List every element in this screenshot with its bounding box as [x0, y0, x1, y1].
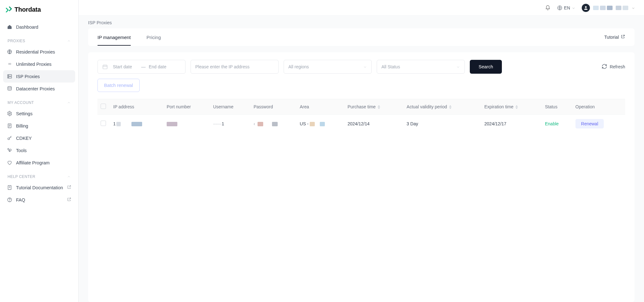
- button-label: Search: [479, 64, 493, 69]
- nav-label: Unlimited Proxies: [16, 62, 52, 67]
- nav-label: Datacenter Proxies: [16, 86, 55, 91]
- col-purchase[interactable]: Purchase time: [344, 99, 403, 115]
- button-label: Renewal: [581, 121, 598, 126]
- nav-section-account[interactable]: MY ACCOUNT: [3, 95, 75, 107]
- ip-input-wrapper[interactable]: [191, 60, 279, 74]
- status-badge: Enable: [545, 121, 559, 126]
- select-all-checkbox[interactable]: [101, 104, 106, 109]
- nav-settings[interactable]: Settings: [3, 107, 75, 120]
- proxies-table: IP address Port number Username Password…: [97, 99, 625, 133]
- tab-ip-management[interactable]: IP management: [97, 28, 131, 46]
- chevron-down-icon: [572, 6, 575, 10]
- renewal-button[interactable]: Renewal: [575, 119, 604, 128]
- col-expiration[interactable]: Expiration time: [481, 99, 542, 115]
- svg-point-18: [585, 6, 586, 8]
- nav-dashboard[interactable]: Dashboard: [3, 21, 75, 33]
- tutorial-link[interactable]: Tutorial: [604, 34, 625, 40]
- nav-label: ISP Proxies: [16, 74, 40, 79]
- date-range-input[interactable]: —: [97, 60, 186, 74]
- table-header-row: IP address Port number Username Password…: [97, 99, 625, 115]
- key-icon: [7, 135, 12, 141]
- sidebar: Thordata Dashboard PROXIES Residential P…: [0, 0, 79, 302]
- nav-label: Billing: [16, 123, 28, 128]
- external-link-icon: [67, 185, 71, 190]
- nav-datacenter-proxies[interactable]: Datacenter Proxies: [3, 83, 75, 95]
- chevron-down-icon: [363, 65, 367, 69]
- nav-faq[interactable]: FAQ: [3, 194, 75, 206]
- nav-affiliate[interactable]: Affiliate Program: [3, 157, 75, 169]
- username-redacted: [593, 6, 613, 10]
- chevron-down-icon: [456, 65, 460, 69]
- start-date-input[interactable]: [113, 64, 138, 69]
- refresh-button[interactable]: Refresh: [602, 64, 625, 70]
- cell-expiration: 2024/12/17: [481, 115, 542, 133]
- col-operation: Operation: [572, 99, 625, 115]
- nav-billing[interactable]: Billing: [3, 120, 75, 132]
- nav-isp-proxies[interactable]: ISP Proxies: [3, 70, 75, 83]
- nav-section-help[interactable]: HELP CENTER: [3, 169, 75, 181]
- svg-point-4: [8, 77, 8, 77]
- button-label: Batch renewal: [104, 83, 133, 88]
- svg-rect-19: [103, 65, 107, 69]
- nav-label: Tools: [16, 148, 27, 153]
- section-label: HELP CENTER: [8, 174, 35, 179]
- content-area: — All regions All Status Search Refresh …: [88, 52, 635, 302]
- ip-address-input[interactable]: [195, 64, 274, 69]
- userinfo-redacted: [616, 6, 628, 10]
- avatar-icon: [582, 4, 590, 12]
- col-status: Status: [542, 99, 572, 115]
- nav-tools[interactable]: Tools: [3, 144, 75, 157]
- col-username: Username: [210, 99, 251, 115]
- region-select[interactable]: All regions: [284, 60, 372, 74]
- nav-label: FAQ: [16, 197, 25, 202]
- user-menu[interactable]: [582, 4, 635, 12]
- nav-label: Settings: [16, 111, 32, 116]
- nav-residential-proxies[interactable]: Residential Proxies: [3, 46, 75, 58]
- cell-validity: 3 Day: [403, 115, 481, 133]
- nav-tutorial-doc[interactable]: Tutorial Documentation: [3, 181, 75, 194]
- sort-icon: [515, 105, 518, 109]
- logo[interactable]: Thordata: [0, 6, 78, 21]
- date-separator: —: [141, 64, 146, 69]
- password-partial: ‹: [253, 121, 255, 126]
- redacted: [258, 122, 263, 126]
- ip-prefix: 1: [113, 121, 116, 126]
- batch-renewal-button[interactable]: Batch renewal: [97, 79, 140, 92]
- nav-section-proxies[interactable]: PROXIES: [3, 33, 75, 46]
- tabs: IP management Pricing Tutorial: [88, 28, 635, 46]
- language-selector[interactable]: EN: [557, 5, 575, 11]
- wrench-icon: [7, 148, 12, 153]
- redacted: [131, 122, 142, 126]
- sort-icon: [449, 105, 452, 109]
- globe-icon: [557, 5, 563, 11]
- redacted: [320, 122, 325, 126]
- table-row: 1 ·······1 ‹ US - 2024/1: [97, 115, 625, 133]
- breadcrumb: ISP Proxies: [79, 16, 644, 28]
- status-select[interactable]: All Status: [377, 60, 465, 74]
- username-partial: ·······: [213, 121, 222, 126]
- svg-point-6: [9, 113, 10, 114]
- nav-label: CDKEY: [16, 136, 32, 141]
- tab-panel: IP management Pricing Tutorial: [88, 28, 635, 46]
- batch-row: Batch renewal: [97, 79, 625, 92]
- redacted: [116, 122, 121, 126]
- tab-pricing[interactable]: Pricing: [147, 28, 161, 46]
- globe-icon: [7, 49, 12, 54]
- row-checkbox[interactable]: [101, 121, 106, 126]
- nav-label: Residential Proxies: [16, 49, 55, 54]
- nav: Dashboard PROXIES Residential Proxies Un…: [0, 21, 78, 206]
- brand-text: Thordata: [14, 6, 41, 13]
- col-validity[interactable]: Actual validity period: [403, 99, 481, 115]
- redacted: [310, 122, 315, 126]
- end-date-input[interactable]: [149, 64, 174, 69]
- external-link-icon: [621, 34, 625, 40]
- select-value: All Status: [381, 64, 400, 69]
- col-port: Port number: [164, 99, 210, 115]
- nav-cdkey[interactable]: CDKEY: [3, 132, 75, 144]
- bell-icon[interactable]: [545, 5, 551, 11]
- nav-unlimited-proxies[interactable]: Unlimited Proxies: [3, 58, 75, 70]
- search-button[interactable]: Search: [470, 60, 502, 74]
- question-icon: [7, 197, 12, 202]
- tab-label: IP management: [97, 35, 131, 40]
- gear-icon: [7, 111, 12, 116]
